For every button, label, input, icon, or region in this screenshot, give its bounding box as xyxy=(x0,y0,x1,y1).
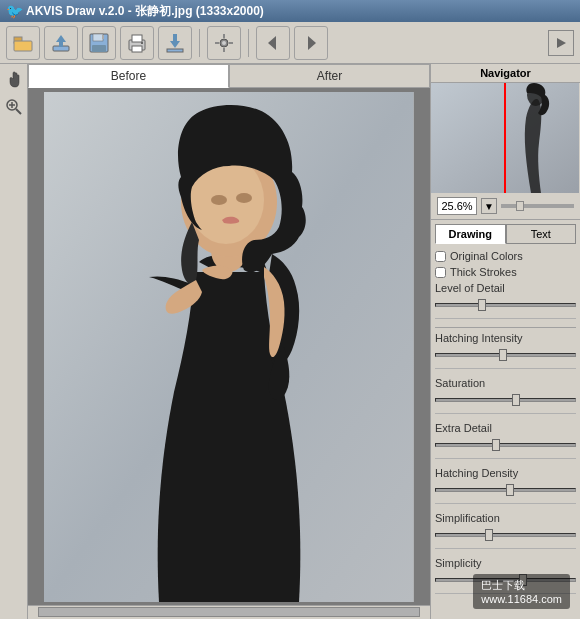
svg-point-34 xyxy=(211,195,227,205)
level-of-detail-track xyxy=(435,303,576,307)
navigator-preview xyxy=(431,83,579,193)
svg-marker-3 xyxy=(56,35,66,42)
extra-detail-track xyxy=(435,443,576,447)
settings-btn[interactable] xyxy=(207,26,241,60)
svg-rect-13 xyxy=(167,49,183,52)
left-tools-panel xyxy=(0,64,28,619)
zoom-slider[interactable] xyxy=(501,204,574,208)
hatching-density-slider-row[interactable] xyxy=(435,483,576,497)
original-colors-label: Original Colors xyxy=(450,250,523,262)
original-colors-checkbox[interactable] xyxy=(435,251,446,262)
svg-rect-20 xyxy=(215,42,219,44)
separator-1 xyxy=(435,327,576,328)
svg-rect-8 xyxy=(102,35,104,39)
thick-strokes-row: Thick Strokes xyxy=(435,266,576,278)
zoom-decrease-btn[interactable]: ▼ xyxy=(481,198,497,214)
zoom-control: 25.6% ▼ xyxy=(431,193,580,220)
svg-marker-22 xyxy=(268,36,276,50)
save-btn[interactable] xyxy=(82,26,116,60)
hatching-density-track xyxy=(435,488,576,492)
hatching-intensity-track xyxy=(435,353,576,357)
svg-rect-19 xyxy=(223,48,225,52)
image-container xyxy=(28,88,430,605)
simplicity-slider-row[interactable] xyxy=(435,573,576,587)
simplification-thumb[interactable] xyxy=(485,529,493,541)
after-tab[interactable]: After xyxy=(229,64,430,88)
svg-rect-15 xyxy=(173,34,177,43)
svg-point-35 xyxy=(236,193,252,203)
download-btn[interactable] xyxy=(158,26,192,60)
svg-marker-24 xyxy=(557,38,566,48)
simplicity-thumb[interactable] xyxy=(519,574,527,586)
zoom-value-display: 25.6% xyxy=(437,197,477,215)
level-of-detail-label: Level of Detail xyxy=(435,282,576,294)
svg-rect-21 xyxy=(229,42,233,44)
simplification-slider-row[interactable] xyxy=(435,528,576,542)
extra-detail-thumb[interactable] xyxy=(492,439,500,451)
level-of-detail-thumb[interactable] xyxy=(478,299,486,311)
navigator-header: Navigator xyxy=(431,64,580,83)
simplification-track xyxy=(435,533,576,537)
hatching-density-label: Hatching Density xyxy=(435,467,576,479)
scroll-track xyxy=(38,607,420,617)
hatching-intensity-label: Hatching Intensity xyxy=(435,332,576,344)
thick-strokes-checkbox[interactable] xyxy=(435,267,446,278)
hatching-intensity-thumb[interactable] xyxy=(499,349,507,361)
hatching-density-section: Hatching Density xyxy=(435,467,576,504)
svg-rect-7 xyxy=(92,45,106,52)
app-icon: 🐦 xyxy=(6,3,22,19)
toolbar-separator-1 xyxy=(199,29,200,57)
zoom-tool-btn[interactable] xyxy=(3,96,25,118)
right-panel: Navigator xyxy=(430,64,580,619)
print-btn[interactable] xyxy=(120,26,154,60)
svg-marker-23 xyxy=(308,36,316,50)
original-colors-row: Original Colors xyxy=(435,250,576,262)
back-btn[interactable] xyxy=(256,26,290,60)
saturation-section: Saturation xyxy=(435,377,576,414)
simplification-label: Simplification xyxy=(435,512,576,524)
extra-detail-slider-row[interactable] xyxy=(435,438,576,452)
open-file-btn[interactable] xyxy=(6,26,40,60)
app-title: AKVIS Draw v.2.0 - 张静初.jpg (1333x2000) xyxy=(26,3,264,20)
hatching-density-thumb[interactable] xyxy=(506,484,514,496)
forward-btn[interactable] xyxy=(294,26,328,60)
before-tab[interactable]: Before xyxy=(28,64,229,88)
saturation-label: Saturation xyxy=(435,377,576,389)
svg-rect-12 xyxy=(141,42,143,44)
hand-tool-btn[interactable] xyxy=(3,68,25,90)
extra-detail-label: Extra Detail xyxy=(435,422,576,434)
canvas-area: Before After xyxy=(28,64,430,619)
photo-display xyxy=(44,92,414,602)
play-btn[interactable] xyxy=(548,30,574,56)
drawing-panel: Drawing Text Original Colors Thick Strok… xyxy=(431,220,580,619)
zoom-slider-thumb[interactable] xyxy=(516,201,524,211)
toolbar xyxy=(0,22,580,64)
svg-rect-6 xyxy=(93,34,103,41)
svg-rect-10 xyxy=(132,35,142,42)
extra-detail-section: Extra Detail xyxy=(435,422,576,459)
main-content: Before After xyxy=(0,64,580,619)
simplicity-section: Simplicity xyxy=(435,557,576,594)
saturation-thumb[interactable] xyxy=(512,394,520,406)
thick-strokes-label: Thick Strokes xyxy=(450,266,517,278)
toolbar-separator-2 xyxy=(248,29,249,57)
simplification-section: Simplification xyxy=(435,512,576,549)
before-after-tabs: Before After xyxy=(28,64,430,88)
hatching-intensity-slider-row[interactable] xyxy=(435,348,576,362)
svg-rect-18 xyxy=(223,34,225,38)
simplicity-track xyxy=(435,578,576,582)
tab-drawing[interactable]: Drawing xyxy=(435,224,506,244)
tab-text[interactable]: Text xyxy=(506,224,577,244)
navigator-image xyxy=(431,83,579,193)
horizontal-scrollbar[interactable] xyxy=(28,605,430,619)
svg-point-17 xyxy=(222,41,226,45)
saturation-slider-row[interactable] xyxy=(435,393,576,407)
simplicity-label: Simplicity xyxy=(435,557,576,569)
upload-btn[interactable] xyxy=(44,26,78,60)
svg-rect-4 xyxy=(59,42,63,47)
level-of-detail-section: Level of Detail xyxy=(435,282,576,319)
title-bar: 🐦 AKVIS Draw v.2.0 - 张静初.jpg (1333x2000) xyxy=(0,0,580,22)
hatching-intensity-section: Hatching Intensity xyxy=(435,332,576,369)
level-of-detail-slider-row[interactable] xyxy=(435,298,576,312)
svg-line-26 xyxy=(16,109,21,114)
